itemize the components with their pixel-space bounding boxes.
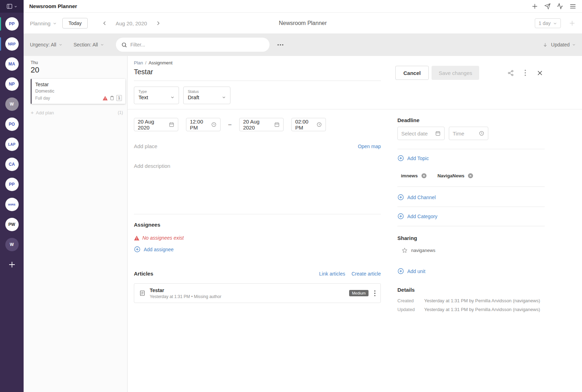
workspace-avatar[interactable]: MA — [5, 57, 19, 71]
metadata-panel: Deadline Select date Time — [397, 56, 545, 392]
deadline-time-field[interactable]: Time — [449, 127, 488, 140]
range-value: 1 day — [539, 20, 551, 26]
create-article-button[interactable]: Create article — [352, 271, 381, 277]
articles-heading: Articles — [134, 271, 153, 277]
workspace-avatar[interactable]: LAP — [5, 138, 19, 151]
deadline-fields: Select date Time — [397, 127, 488, 140]
clock-icon — [208, 122, 217, 127]
range-select[interactable]: 1 day — [535, 18, 561, 28]
workspace-avatar[interactable]: W — [5, 238, 19, 251]
filter-input[interactable] — [130, 42, 264, 48]
assignees-heading: Assignees — [134, 222, 160, 228]
sidebar-toggle[interactable] — [0, 0, 24, 13]
star-icon — [402, 247, 408, 253]
topic-chip: imnews — [401, 173, 427, 179]
breadcrumb-plan-link[interactable]: Plan — [134, 60, 143, 65]
urgency-filter-dropdown[interactable]: Urgency: All — [30, 42, 62, 48]
breadcrumb: Plan/Assignment — [134, 60, 173, 65]
view-mode-label: Planning — [30, 20, 50, 26]
details-row: Created Yesterday at 1:31 PM by Pernilla… — [397, 298, 540, 303]
assignees-warning: No assignees exist — [134, 235, 184, 241]
chevron-down-icon — [572, 43, 576, 46]
type-label: Type — [138, 89, 174, 94]
day-header: Thu 20 — [24, 56, 127, 75]
urgency-filter-label: Urgency: All — [30, 42, 56, 48]
start-time-field[interactable]: 12:00 PM — [186, 118, 221, 131]
end-date-field[interactable]: 20 Aug 2020 — [239, 118, 284, 131]
add-channel-button[interactable]: Add Channel — [397, 194, 436, 201]
add-description-field[interactable]: Add description — [134, 163, 170, 169]
section-filter-dropdown[interactable]: Section: All — [74, 42, 104, 48]
sort-direction-icon[interactable] — [543, 42, 548, 48]
plus-circle-icon — [397, 268, 404, 274]
add-place-field[interactable]: Add place — [134, 143, 157, 149]
app-root: PP NRP MA NP W PO LAP CA PP WIRE PW W Ne… — [0, 0, 582, 392]
workspace-avatar[interactable]: CA — [5, 158, 19, 171]
plus-circle-icon — [134, 246, 141, 253]
article-meta: Yesterday at 1:31 PM • Missing author — [150, 294, 221, 299]
toolbar-right: 1 day — [535, 18, 576, 28]
add-assignee-button[interactable]: Add assignee — [134, 246, 174, 253]
sort-by-dropdown[interactable]: Updated — [551, 42, 576, 48]
previous-day-button[interactable] — [102, 20, 107, 26]
breadcrumb-current: Assignment — [149, 60, 173, 65]
plus-circle-icon — [397, 194, 404, 201]
remove-topic-icon[interactable] — [421, 173, 427, 179]
chevron-down-icon — [171, 95, 174, 99]
planner-title: Newsroom Planner — [279, 20, 327, 26]
plan-card[interactable]: Testar Domestic Full day 1 — [31, 79, 125, 104]
article-row[interactable]: Testar Yesterday at 1:31 PM • Missing au… — [134, 283, 381, 303]
panel-divider — [397, 226, 545, 226]
send-icon[interactable] — [544, 3, 551, 10]
topic-chip-label: NavigaNews — [438, 173, 465, 178]
schedule-row: 20 Aug 2020 12:00 PM – 20 Aug 2020 02:00 — [134, 118, 326, 131]
add-workspace-button[interactable] — [5, 258, 19, 271]
panel-divider — [397, 207, 545, 207]
workspace-avatar[interactable]: PP — [5, 17, 19, 31]
create-plus-icon[interactable] — [531, 3, 538, 10]
sort-by-label: Updated — [551, 42, 570, 48]
day-number: 20 — [31, 65, 127, 75]
add-category-button[interactable]: Add Category — [397, 213, 438, 220]
add-topic-button[interactable]: Add Topic — [397, 155, 429, 162]
topic-chip-list: imnews NavigaNews — [397, 173, 473, 179]
workspace-avatar[interactable]: NP — [5, 77, 19, 91]
deadline-heading: Deadline — [397, 117, 420, 123]
status-label: Status — [188, 89, 226, 94]
workspace-avatar[interactable]: PP — [5, 178, 19, 191]
end-time-field[interactable]: 02:00 PM — [291, 118, 326, 131]
menu-icon[interactable] — [569, 3, 576, 10]
app-title: Newsroom Planner — [29, 3, 77, 9]
deadline-date-field[interactable]: Select date — [397, 127, 445, 140]
type-select[interactable]: Type Text — [134, 87, 179, 104]
details-row: Updated Yesterday at 1:31 PM by Pernilla… — [397, 307, 540, 312]
today-button[interactable]: Today — [62, 18, 87, 29]
current-date-label[interactable]: Aug 20, 2020 — [115, 20, 148, 26]
status-select[interactable]: Status Draft — [183, 87, 230, 104]
calendar-icon — [271, 122, 280, 127]
workspace-avatar[interactable]: W — [5, 97, 19, 111]
article-title: Testar — [150, 287, 221, 293]
assignment-title-field[interactable]: Testar — [134, 68, 381, 81]
start-date-field[interactable]: 20 Aug 2020 — [134, 118, 178, 131]
workspace-rail: PP NRP MA NP W PO LAP CA PP WIRE PW W — [0, 0, 24, 392]
workspace-avatar[interactable]: PW — [5, 218, 19, 231]
link-articles-button[interactable]: Link articles — [319, 271, 345, 277]
workspace-avatar[interactable]: PO — [5, 118, 19, 131]
more-filters-icon[interactable] — [277, 44, 284, 46]
section-filter-label: Section: All — [74, 42, 98, 48]
add-plan-button[interactable]: +Add plan — [31, 109, 54, 115]
next-day-button[interactable] — [155, 20, 161, 26]
type-value: Text — [138, 94, 148, 100]
workspace-avatar[interactable]: WIRE — [5, 198, 19, 211]
plan-count: (1) — [118, 110, 123, 115]
add-day-icon[interactable] — [569, 20, 576, 27]
view-mode-dropdown[interactable]: Planning — [30, 20, 57, 26]
open-map-link[interactable]: Open map — [358, 144, 381, 149]
plus-icon: + — [31, 109, 34, 115]
workspace-avatar[interactable]: NRP — [5, 37, 19, 51]
activity-icon[interactable] — [557, 3, 563, 10]
article-options-icon[interactable] — [374, 290, 376, 296]
remove-topic-icon[interactable] — [468, 173, 473, 179]
add-unit-button[interactable]: Add unit — [397, 268, 425, 274]
